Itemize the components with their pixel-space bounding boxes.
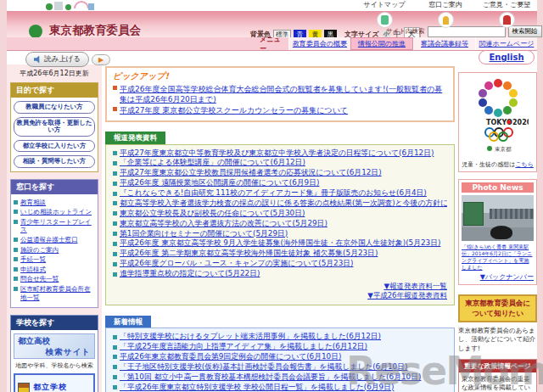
press-h26-link[interactable]: ▼平成26年報道発表資料 (367, 291, 447, 300)
news-item-link[interactable]: 「特別支援学校におけるタブレット端末活用事例」を掲載しました(6月12日) (120, 332, 381, 342)
press-item-link[interactable]: 平成27年度東京都立中等教育学校及び東京都立中学校入学者決定の日程等について(6… (120, 148, 434, 159)
photo-news-image[interactable] (462, 195, 534, 241)
school-header: 学校を探す (11, 316, 98, 330)
press-item-link[interactable]: 進学指導重点校の指定について(5月22日) (120, 269, 260, 279)
press-item-link[interactable]: 都立高等学校入学者選抜学力検査の採点の誤りに係る答案の点検結果(第一次調査)と今… (120, 199, 447, 209)
speaker-icon (34, 56, 42, 64)
purpose-box: 目的で探す 教職員になりたい方 教員免許を取得・更新したい方 都立学校に入りたい… (10, 82, 98, 172)
pickup-item-link[interactable]: 平成27年度 東京都公立学校スクールカウンセラーの募集について (120, 105, 447, 115)
window-item-link[interactable]: 区市町村教育委員会所在地一覧 (20, 285, 96, 301)
press-item-link[interactable]: 平成27年度東京都公立学校教員採用候補者選考の応募状況について(6月12日) (120, 168, 382, 178)
purpose-pill-link[interactable]: 教員免許を取得・更新したい方 (14, 117, 95, 137)
bullet-icon (113, 385, 117, 389)
photo-news-box: Photo News 「煌(きら)めく青春 東関東駅伝」2014年6月2日に「ラ… (458, 179, 537, 285)
info-desk-icon[interactable] (438, 12, 454, 28)
nav-item-related[interactable]: 関連ホームページ (475, 37, 537, 50)
svg-text:東京都: 東京都 (495, 146, 512, 153)
bullet-icon (14, 220, 18, 224)
bullet-icon (113, 262, 117, 266)
photo-caption-link[interactable]: 「煌(きら)めく青春 東関東駅伝」2014年6月2日に「ランニングライブイベント… (462, 244, 534, 271)
window-item-link[interactable]: 手続一覧 (20, 255, 96, 264)
bullet-icon (113, 221, 117, 226)
school-box: 学校を探す 都立高校 検索サイト 地図や学科、学校名から検索 都立学校 ホームペ… (10, 315, 98, 392)
pickup-item-link[interactable]: 平成26年度全国高等学校総合体育大会総合開会式の観覧者を募集しています!(一般観… (120, 84, 447, 104)
news-item-link[interactable]: 「第10回 都立小中高一貫教育校基本構想検討委員会会議要旨」を掲載しました(6月… (120, 372, 421, 383)
bullet-icon (113, 171, 117, 176)
nav-item-overview[interactable]: 教育委員会の概要 (288, 37, 350, 50)
window-list: 教育相談 いじめ相談ホットライン 青少年リスタートプレイス 公益 (11, 194, 98, 308)
purpose-pill-link[interactable]: 教職員になりたい方 (14, 101, 95, 114)
window-item-link[interactable]: 青少年リスタートプレイス (20, 218, 96, 234)
window-item-link[interactable]: 教育相談 (20, 199, 96, 207)
read-aloud-button[interactable]: 読み上げる (25, 52, 89, 67)
press-item: 東京都公立学校長及び副校長の任命について(5月30日) (113, 209, 447, 219)
bullet-icon (113, 252, 117, 256)
left-sidebar: 平成26年6月12日更新 目的で探す 教職員になりたい方 教員免許を取得・更新し… (7, 64, 102, 392)
right-frame (537, 0, 543, 392)
press-item: 第1回企業向けセミナーの開催について(5月29日) (113, 229, 447, 239)
window-item-link[interactable]: 公益通報弁護士窓口 (20, 236, 96, 244)
feedback-link[interactable]: ご意見・ご要望 (480, 0, 533, 9)
news-tab: 新着情報 (105, 316, 151, 328)
school-hp-banner[interactable]: 都立学校 ホームページ (14, 373, 95, 392)
nav-item-minutes[interactable]: 審議会議事録等 (413, 37, 475, 50)
feedback-kochira-link[interactable]: こちら (515, 161, 534, 168)
purpose-pill-link[interactable]: 相談・質問等したい方 (14, 155, 95, 168)
press-item-link[interactable]: 東京都公立学校長及び副校長の任命について(5月30日) (120, 209, 305, 219)
info-desk-link[interactable]: 窓口ご案内 (419, 0, 472, 9)
about-board-button[interactable]: 東京都教育委員会について知りたい (458, 294, 537, 322)
topbar-item-madoguchi[interactable]: 窓口ご案内 (419, 0, 472, 28)
news-item-link[interactable]: 「王子地区特別支援学校(仮称)基本計画検討委員会報告書」を掲載しました(6月10… (120, 362, 407, 372)
main-nav: メニュー 教育委員会の概要 情報公開の推進 審議会議事録等 関連ホームページ (7, 37, 537, 51)
press-item-link[interactable]: 『これならできる!自由研究 111校のアイディアカード集』冊子版販売のお知らせ(… (120, 188, 427, 199)
updated-date: 平成26年6月12日更新 (10, 69, 98, 78)
bullet-icon (113, 107, 117, 111)
photo-green-board (463, 202, 484, 226)
purpose-pill-link[interactable]: 都立学校に入りたい方 (14, 140, 95, 153)
press-item: 平成26年度グローバル・ユース・キャンプの実施について(5月23日) (113, 259, 447, 269)
flower-wreath-icon (479, 79, 518, 117)
menu-label: メニュー (260, 37, 288, 50)
bullet-icon (113, 182, 117, 186)
topbar-item-goiken[interactable]: ご意見・ご要望 (480, 0, 533, 28)
bullet-icon (113, 201, 117, 205)
backnumber-link[interactable]: ▼バックナンバー (480, 273, 534, 281)
press-item-link[interactable]: 東京都立高等学校の入学者選抜方法の改善について(5月29日) (120, 219, 327, 229)
policy-header: 重要な政策情報ページ (459, 360, 536, 372)
window-item-link[interactable]: 申請様式 (20, 266, 96, 274)
window-item-link[interactable]: 問合せ先一覧 (20, 275, 96, 283)
press-item-link[interactable]: 平成26年度 東京都立高等学校 9月入学生徒募集(海外帰国生徒・在京外国人生徒対… (120, 238, 440, 249)
press-item-link[interactable]: 第1回企業向けセミナーの開催について(5月29日) (120, 229, 288, 239)
bullet-icon (113, 242, 117, 246)
tokyo2020-box[interactable]: TOKYO 2020 東京都 児童・生徒の感想はこちら (458, 72, 537, 172)
school-search-banner[interactable]: 都立高校 検索サイト (14, 333, 95, 359)
news-item: 「第10回 都立小中高一貫教育校基本構想検討委員会会議要旨」を掲載しました(6月… (113, 372, 447, 383)
english-button[interactable]: English (479, 50, 535, 64)
bullet-icon (113, 161, 117, 165)
press-item: 平成26年度 東京都立高等学校 9月入学生徒募集(海外帰国生徒・在京外国人生徒対… (113, 238, 447, 249)
bullet-icon (113, 335, 117, 339)
press-section: 報道発表資料 平成27年度東京都立中等教育学校及び東京都立中学校入学者決定の日程… (105, 127, 455, 305)
window-item-link[interactable]: 施設のご案内 (20, 246, 96, 255)
about-board-text: 東京都教育委員会のあらまし、活動などについて紹介します! (458, 327, 537, 352)
press-item-link[interactable]: 平成26年度 第二学期東京都立高等学校海外帰国生徒対象 補欠募集(5月23日) (120, 249, 378, 259)
topbar-item-sitemap[interactable]: サイトマップ (358, 0, 411, 28)
press-item-link[interactable]: 平成26年度 遠隔授業地区公開講座の開催について(6月9日) (120, 178, 319, 188)
news-panel: 「特別支援学校におけるタブレット端末活用事例」を掲載しました(6月12日) 「平… (105, 328, 455, 392)
news-item-link[interactable]: 「平成26年度東京都立特別支援学校 学校公開日程一覧」を掲載しました(6月9日) (120, 383, 394, 392)
postbox-icon[interactable] (499, 12, 515, 28)
nav-item-disclosure[interactable]: 情報公開の推進 (350, 37, 413, 50)
news-item-link[interactable]: 「平成25年度言語能力向上指導アイディア集」を掲載しました(6月12日) (120, 342, 367, 352)
window-box: 窓口を探す 教育相談 いじめ相談ホットライン 青少年リスタ (10, 179, 98, 309)
sitemap-icon[interactable] (377, 12, 393, 28)
sitemap-link[interactable]: サイトマップ (358, 0, 411, 9)
press-item-link[interactable]: 平成26年度グローバル・ユース・キャンプの実施について(5月23日) (120, 259, 353, 269)
news-item-link[interactable]: 平成26年東京都教育委員会第9回定例会の開催について(6月10日) (120, 352, 341, 362)
press-list-all-link[interactable]: ▼報道発表資料一覧 (383, 282, 447, 290)
press-item-link[interactable]: 「企業等による体験型講座」の開催について(6月12日) (120, 158, 305, 168)
news-item: 「王子地区特別支援学校(仮称)基本計画検討委員会報告書」を掲載しました(6月10… (113, 362, 447, 372)
press-item: 「企業等による体験型講座」の開催について(6月12日) (113, 158, 447, 168)
site-title: 東京都教育委員会 (49, 25, 155, 36)
window-item-link[interactable]: いじめ相談ホットライン (20, 208, 96, 216)
play-button[interactable]: ▶ (92, 54, 110, 65)
